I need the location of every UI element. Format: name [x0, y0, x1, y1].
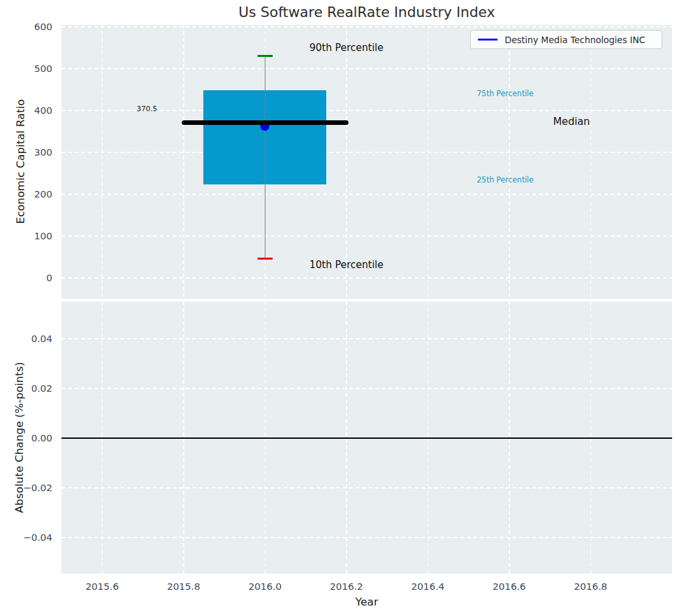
legend-line-sample-icon: [478, 39, 498, 41]
gridline-horizontal: [61, 68, 672, 69]
gridline-horizontal: [61, 338, 672, 339]
legend-label: Destiny Media Technologies INC: [505, 35, 645, 45]
annotation-p25-percentile-label: 25th Percentile: [407, 174, 603, 186]
annotation-p10-percentile-label: 10th Percentile: [248, 259, 445, 271]
gridline-vertical: [509, 25, 510, 299]
y-tick-label: 600: [0, 21, 52, 33]
x-axis-label-year: Year: [61, 596, 672, 608]
gridline-horizontal: [61, 487, 672, 488]
x-tick-label: 2015.6: [63, 581, 141, 592]
y-tick-label: −0.02: [0, 482, 52, 494]
x-tick-label: 2016.2: [307, 581, 386, 592]
y-tick-label: 0.00: [0, 432, 52, 444]
x-tick-label: 2016.0: [226, 581, 304, 592]
gridline-horizontal: [61, 388, 672, 389]
x-tick-label: 2016.4: [388, 581, 467, 592]
gridline-horizontal: [61, 537, 672, 538]
gridline-vertical: [183, 25, 184, 299]
y-tick-label: −0.04: [0, 532, 52, 543]
p90-cap: [258, 55, 273, 57]
y-tick-label: 0.02: [0, 383, 52, 394]
plot-area-economic-capital-ratio: [61, 25, 672, 299]
annotation-median-value-label: 370.5: [49, 103, 245, 115]
median-line: [182, 120, 348, 125]
gridline-horizontal: [61, 26, 672, 27]
gridline-vertical: [346, 25, 347, 299]
gridline-vertical: [102, 25, 103, 299]
x-tick-label: 2016.6: [470, 581, 549, 592]
annotation-p75-percentile-label: 75th Percentile: [407, 88, 603, 99]
annotation-median-label: Median: [473, 116, 669, 128]
gridline-horizontal: [61, 152, 672, 153]
chart-title: Us Software RealRate Industry Index: [61, 4, 672, 20]
zero-line: [61, 437, 672, 439]
boxplot-figure: 60050040030020010000.040.020.00−0.02−0.0…: [0, 0, 676, 616]
boxplot-whisker-line: [265, 56, 265, 258]
x-tick-label: 2015.8: [144, 581, 223, 592]
gridline-horizontal: [61, 194, 672, 195]
legend: Destiny Media Technologies INC: [470, 30, 662, 49]
y-axis-label-absolute-change: Absolute Change (%-points): [13, 339, 26, 536]
chart-layer: 60050040030020010000.040.020.00−0.02−0.0…: [0, 0, 676, 616]
annotation-p90-percentile-label: 90th Percentile: [248, 42, 445, 54]
y-tick-label: 0.04: [0, 333, 52, 345]
y-axis-label-economic-capital-ratio: Economic Capital Ratio: [14, 63, 27, 260]
y-tick-label: 0: [0, 272, 52, 284]
gridline-vertical: [428, 25, 429, 299]
x-tick-label: 2016.8: [551, 581, 630, 592]
gridline-horizontal: [61, 235, 672, 237]
gridline-horizontal: [61, 277, 672, 279]
gridline-vertical: [590, 25, 592, 299]
